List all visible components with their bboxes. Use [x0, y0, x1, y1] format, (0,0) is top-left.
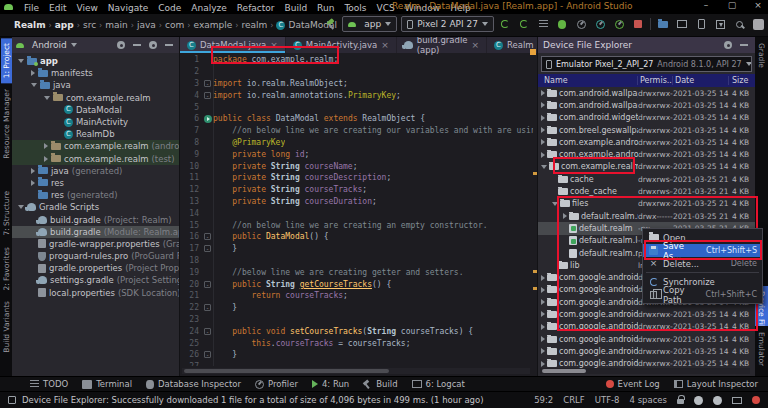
toolwindow-button-terminal[interactable]: Terminal [82, 379, 132, 389]
menu-run[interactable]: Run [312, 3, 339, 13]
search-everywhere-icon[interactable] [732, 17, 746, 31]
chevron-down-icon[interactable] [552, 202, 558, 206]
file-table-row[interactable]: cachedrwxrws--2021-03-25 214 KB [538, 173, 755, 185]
chevron-right-icon[interactable] [541, 324, 545, 330]
smiley-icon[interactable] [694, 396, 703, 405]
coverage-list-icon[interactable] [536, 17, 550, 31]
breadcrumb-item[interactable]: realm [241, 20, 267, 30]
toolwindow-button-todo[interactable]: TODO [30, 379, 68, 389]
chevron-right-icon[interactable] [541, 348, 545, 354]
file-table-row[interactable]: com.google.android.drwxrwx--2021-03-25 1… [538, 321, 755, 333]
build-hammer-icon[interactable] [324, 17, 338, 31]
editor-horizontal-scrollbar[interactable] [182, 368, 530, 374]
project-tree-item[interactable]: app [12, 55, 179, 67]
project-tree-item[interactable]: RealmDb [12, 128, 179, 140]
chevron-right-icon[interactable] [31, 168, 35, 174]
profile-app-icon[interactable] [612, 17, 626, 31]
chevron-down-icon[interactable] [18, 205, 24, 209]
column-header-permis[interactable]: Permis... [638, 76, 673, 85]
attach-debugger-icon[interactable] [574, 17, 588, 31]
toolwindow-tab----favorites[interactable]: 2: Favorites [1, 242, 12, 296]
file-table-row[interactable]: com.android.wallpapdrwxrwx--2021-03-25 1… [538, 87, 755, 99]
sdk-manager-icon[interactable] [713, 17, 727, 31]
toolwindow-button-build[interactable]: Build [363, 379, 397, 389]
toolwindow-button----logcat[interactable]: 6: Logcat [412, 379, 465, 389]
chevron-right-icon[interactable] [541, 139, 545, 145]
error-badge-icon[interactable] [752, 396, 760, 404]
chevron-right-icon[interactable] [541, 311, 545, 317]
maximize-button[interactable]: ▢ [726, 0, 738, 10]
profiler-icon[interactable] [593, 17, 607, 31]
project-tree-item[interactable]: proguard-rules.pro (ProGuard Rules fo [12, 250, 179, 262]
stop-icon[interactable] [631, 17, 645, 31]
file-table-row[interactable]: com.google.android.drwxrwx--2021-03-25 1… [538, 308, 755, 320]
file-table-row[interactable]: com.google.android.drwxrwx--2021-03-25 1… [538, 333, 755, 345]
menu-item-save-as---[interactable]: Save As...Ctrl+Shift+S [643, 244, 762, 257]
avatar-icon[interactable] [751, 17, 765, 31]
breadcrumb-item[interactable]: src [83, 20, 96, 30]
menu-item-copy-path[interactable]: Copy PathCtrl+Shift+C [643, 288, 762, 301]
project-tree-item[interactable]: java [12, 79, 179, 91]
chevron-right-icon[interactable] [541, 361, 545, 367]
toolwindow-tab----structure[interactable]: 7: Structure [1, 186, 12, 241]
project-tree-item[interactable]: com.example.realm (test) [12, 153, 179, 165]
project-tree-item[interactable]: MainActivity [12, 116, 179, 128]
screen-icon[interactable] [732, 397, 742, 404]
toolwindow-tab-emulator[interactable]: Emulator [755, 327, 768, 371]
chevron-right-icon[interactable] [541, 152, 545, 158]
toolwindow-tab-resource-manager[interactable]: Resource Manager [1, 84, 12, 164]
project-tree-item[interactable]: settings.gradle (Project Settings) [12, 274, 179, 286]
breadcrumb-item[interactable]: Realm [14, 20, 46, 30]
fold-icon[interactable] [204, 304, 211, 311]
lock-icon[interactable] [677, 399, 684, 404]
menu-edit[interactable]: Edit [44, 3, 71, 13]
toolwindow-tab----project[interactable]: 1: Project [1, 38, 12, 83]
chevron-right-icon[interactable] [541, 275, 545, 281]
chevron-down-icon[interactable] [31, 83, 37, 87]
chevron-right-icon[interactable] [31, 180, 35, 186]
editor-tab-datamodal-java[interactable]: DataModal.java× [180, 37, 286, 53]
gear-icon[interactable] [722, 39, 734, 51]
file-table-row[interactable]: com.breel.geswallpapdrwxrwx--2021-03-25 … [538, 124, 755, 136]
toolwindow-tab-build-variants[interactable]: Build Variants [1, 296, 12, 358]
chevron-right-icon[interactable] [541, 336, 545, 342]
device-selector-combo[interactable]: Emulator Pixel_2_API_27 Android 8.1.0, A… [541, 56, 752, 72]
toolwindow-tab-gradle[interactable]: Gradle [755, 38, 768, 73]
close-icon[interactable]: × [472, 40, 480, 50]
toolwindow-button-profiler[interactable]: Profiler [255, 379, 298, 389]
chevron-down-icon[interactable] [541, 165, 547, 169]
file-table-row[interactable]: com.android.wallpapdrwxrwx--2021-03-25 1… [538, 99, 755, 111]
file-table-row[interactable]: com.example.androiddrwxrwx--2021-03-25 1… [538, 136, 755, 148]
device-select[interactable]: Pixel 2 API 27 [401, 16, 494, 32]
editor-tab-mainactivity-java[interactable]: MainActivity.java× [286, 37, 397, 53]
smiley-icon-2[interactable] [713, 396, 722, 405]
indent-setting[interactable]: 4 spaces [630, 395, 667, 405]
column-header-size[interactable]: Size [729, 76, 755, 85]
file-table-row[interactable]: filesdrwxrwx--2021-03-25 214 KB [538, 198, 755, 210]
toolwindow-button-layout-inspector[interactable]: Layout Inspector [674, 379, 758, 389]
toolwindow-button-event-log[interactable]: Event Log [606, 379, 660, 389]
emulator-icon[interactable] [675, 17, 689, 31]
chevron-right-icon[interactable] [541, 90, 545, 96]
device-horizontal-scrollbar[interactable] [540, 368, 750, 374]
run-class-icon[interactable] [204, 115, 212, 123]
menu-item-synchronize[interactable]: Synchronize [643, 275, 762, 288]
fold-icon[interactable] [204, 80, 211, 87]
close-icon[interactable]: × [270, 40, 278, 50]
avd-manager-icon[interactable] [694, 17, 708, 31]
project-tree-item[interactable]: build.gradle (Project: Realm) [12, 213, 179, 225]
chevron-right-icon[interactable] [44, 143, 48, 149]
run-config-select[interactable]: app [342, 16, 397, 32]
toolwindow-button-database-inspector[interactable]: Database Inspector [146, 379, 241, 389]
file-table-row[interactable]: default.realm.mdrwx------2021-03-25 214 … [538, 210, 755, 222]
close-icon[interactable]: × [381, 40, 389, 50]
project-tree-item[interactable]: manifests [12, 67, 179, 79]
file-table-row[interactable]: com.android.widgetpdrwxrwx--2021-03-25 1… [538, 112, 755, 124]
project-tree-item[interactable]: Gradle Scripts [12, 201, 179, 213]
breadcrumb-item[interactable]: java [137, 20, 156, 30]
menu-analyze[interactable]: Analyze [186, 3, 231, 13]
breadcrumb-item[interactable]: example [194, 20, 233, 30]
chevron-right-icon[interactable] [563, 213, 567, 219]
menu-item-delete---[interactable]: ×Delete...Delete [643, 257, 762, 270]
debug-icon[interactable] [555, 17, 569, 31]
